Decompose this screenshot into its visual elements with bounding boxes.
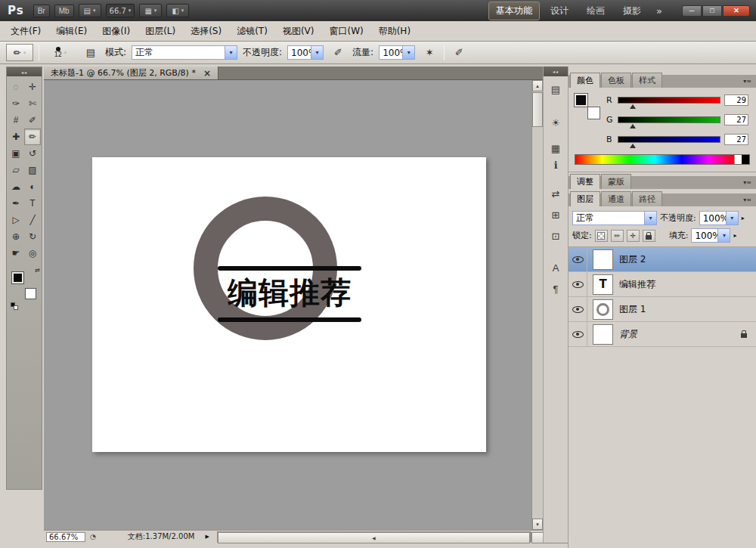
adjustments-panel-icon[interactable]: ☀ xyxy=(546,114,565,131)
document-tab[interactable]: 未标题-1 @ 66.7% (图层 2, RGB/8) * × xyxy=(44,67,218,79)
default-colors-icon[interactable] xyxy=(11,302,20,310)
marquee-tool[interactable]: ◌ xyxy=(8,79,24,95)
eraser-tool[interactable]: ▱ xyxy=(8,162,24,178)
view-extras-button[interactable]: ▤ ▾ xyxy=(79,4,101,17)
layer-opacity-select[interactable]: 100% ▾ xyxy=(699,211,739,225)
close-button[interactable]: ✕ xyxy=(723,5,750,17)
lock-all-button[interactable] xyxy=(643,230,655,242)
tools-panel-collapse-button[interactable]: ◂◂ xyxy=(7,67,42,76)
menu-view[interactable]: 视图(V) xyxy=(275,21,322,42)
horizontal-scrollbar[interactable]: ◀ ▶ xyxy=(217,531,531,543)
character-panel-icon[interactable]: A xyxy=(546,259,565,276)
background-color-swatch[interactable] xyxy=(587,107,600,119)
layer-visibility-toggle[interactable] xyxy=(569,247,587,271)
panel-menu-icon[interactable]: ▾≡ xyxy=(743,179,751,186)
canvas-viewport[interactable]: 编辑推荐 xyxy=(44,80,531,530)
status-flyout-button[interactable]: ▶ xyxy=(205,534,209,540)
menu-edit[interactable]: 编辑(E) xyxy=(48,21,94,42)
ramp-white-swatch[interactable] xyxy=(734,155,742,164)
fill-select[interactable]: 100% ▾ xyxy=(691,228,730,243)
history-brush-tool[interactable]: ↺ xyxy=(24,145,41,162)
text-layer-thumbnail[interactable]: T xyxy=(593,274,613,295)
vertical-scrollbar-thumb[interactable] xyxy=(532,92,543,127)
lock-image-pixels-button[interactable]: ✏ xyxy=(611,230,624,242)
green-value-field[interactable]: 27 xyxy=(724,114,748,125)
paragraph-panel-icon[interactable]: ¶ xyxy=(546,280,565,297)
layer-row[interactable]: T 编辑推荐 xyxy=(569,272,756,297)
screen-mode-button[interactable]: ◧ ▾ xyxy=(166,4,189,17)
eyedropper-tool[interactable]: ✐ xyxy=(24,112,41,128)
chevron-down-icon[interactable]: ▾ xyxy=(402,46,414,59)
flow-select[interactable]: 100% ▾ xyxy=(379,45,415,60)
foreground-color-swatch[interactable] xyxy=(12,272,23,283)
chevron-down-icon[interactable]: ▾ xyxy=(717,229,730,242)
lock-transparent-pixels-button[interactable] xyxy=(595,230,608,242)
dodge-tool[interactable]: ◐ xyxy=(24,178,41,195)
panel-menu-icon[interactable]: ▾≡ xyxy=(743,197,751,203)
blend-mode-select[interactable]: 正常 ▾ xyxy=(572,211,657,225)
lasso-tool[interactable]: ✑ xyxy=(8,95,24,112)
red-value-field[interactable]: 29 xyxy=(724,94,748,106)
brush-panel-toggle[interactable]: ▤ xyxy=(82,45,100,61)
menu-help[interactable]: 帮助(H) xyxy=(371,21,418,42)
pen-tool[interactable]: ✒ xyxy=(8,195,24,212)
rotate-3d-tool[interactable]: ⊕ xyxy=(8,228,24,245)
brush-tool[interactable]: ✏ xyxy=(24,128,41,145)
expand-dock-button[interactable]: ◂◂ xyxy=(544,67,568,76)
minimize-button[interactable]: ─ xyxy=(682,5,702,17)
tab-paths[interactable]: 路径 xyxy=(632,191,662,206)
rotate-view-tool[interactable]: ↻ xyxy=(24,228,41,245)
bridge-button[interactable]: Br xyxy=(33,5,50,17)
layer-visibility-toggle[interactable] xyxy=(569,322,587,346)
tab-swatches[interactable]: 色板 xyxy=(601,73,631,88)
vertical-scrollbar[interactable]: ▲ ▼ xyxy=(531,80,543,530)
scroll-left-icon[interactable]: ◀ xyxy=(218,532,530,543)
menu-image[interactable]: 图像(I) xyxy=(94,21,138,42)
scroll-up-icon[interactable]: ▲ xyxy=(532,80,543,91)
mode-select[interactable]: 正常 ▾ xyxy=(132,45,237,60)
clone-stamp-tool[interactable]: ▣ xyxy=(8,145,24,162)
zoom-percentage-field[interactable]: 66.67% xyxy=(46,532,85,542)
workspace-photography[interactable]: 摄影 xyxy=(615,2,649,20)
chevron-down-icon[interactable]: ▾ xyxy=(644,212,656,224)
tab-color[interactable]: 颜色 xyxy=(570,73,600,88)
layer-visibility-toggle[interactable] xyxy=(569,297,587,321)
line-tool[interactable]: ╱ xyxy=(24,212,41,228)
histogram-panel-icon[interactable]: ▦ xyxy=(546,140,565,156)
menu-filter[interactable]: 滤镜(T) xyxy=(229,21,275,42)
zoom-level-control[interactable]: 66.7 ▾ xyxy=(106,4,135,17)
chevron-down-icon[interactable]: ▾ xyxy=(726,212,738,224)
layer-row[interactable]: 图层 1 xyxy=(569,297,756,322)
menu-select[interactable]: 选择(S) xyxy=(183,21,229,42)
scrollbar-track[interactable] xyxy=(532,127,543,519)
tab-adjustments[interactable]: 调整 xyxy=(570,174,600,189)
workspace-essentials[interactable]: 基本功能 xyxy=(488,2,540,20)
menu-file[interactable]: 文件(F) xyxy=(3,21,48,42)
blur-tool[interactable]: ☁ xyxy=(8,178,24,195)
spectrum-gradient[interactable] xyxy=(575,155,734,164)
workspace-painting[interactable]: 绘画 xyxy=(579,2,612,20)
foreground-color-swatch[interactable] xyxy=(575,94,587,107)
active-tool-button[interactable]: ✏ ▾ xyxy=(6,44,33,61)
layer-thumbnail[interactable] xyxy=(593,324,613,345)
tab-styles[interactable]: 样式 xyxy=(632,73,662,88)
swap-colors-icon[interactable]: ⇄ xyxy=(35,267,40,274)
layer-thumbnail[interactable] xyxy=(593,249,613,270)
info-panel-icon[interactable]: ℹ xyxy=(546,156,565,173)
tab-masks[interactable]: 蒙版 xyxy=(601,174,631,189)
clone-source-panel-icon[interactable]: ⊡ xyxy=(546,228,565,244)
chevron-down-icon[interactable]: ▾ xyxy=(225,46,237,59)
workspace-design[interactable]: 设计 xyxy=(543,2,576,20)
tab-channels[interactable]: 通道 xyxy=(601,191,631,206)
mini-bridge-button[interactable]: Mb xyxy=(54,5,74,17)
actions-panel-icon[interactable]: ⇄ xyxy=(546,185,565,202)
restore-button[interactable]: □ xyxy=(702,5,722,17)
airbrush-toggle-icon[interactable]: ✶ xyxy=(420,45,438,61)
layer-thumbnail[interactable] xyxy=(593,299,613,320)
tool-presets-panel-icon[interactable]: ⊞ xyxy=(546,206,565,223)
healing-brush-tool[interactable]: ✚ xyxy=(8,128,24,145)
blue-slider[interactable] xyxy=(618,136,720,143)
scroll-down-icon[interactable]: ▼ xyxy=(532,519,543,530)
chevron-down-icon[interactable]: ▾ xyxy=(311,46,323,59)
type-tool[interactable]: T xyxy=(24,195,41,212)
